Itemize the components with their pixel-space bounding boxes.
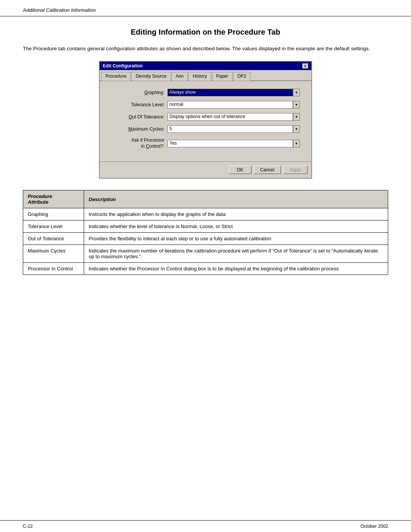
attr-processor-in-control: Processor In Control — [23, 263, 84, 275]
out-of-tolerance-control: Display options when out of tolerance ▼ — [167, 113, 300, 121]
form-row-out-of-tolerance: Out Of Tolerance: Display options when o… — [111, 113, 300, 121]
main-content: Editing Information on the Procedure Tab… — [0, 16, 411, 520]
tab-procedure[interactable]: Procedure — [101, 72, 131, 81]
attr-graphing: Graphing — [23, 208, 84, 220]
page-footer: C-22 October 2002 — [0, 520, 411, 532]
tab-dp2[interactable]: DP2 — [233, 72, 250, 81]
table-row: Graphing Instructs the application when … — [23, 208, 388, 220]
form-row-maximum-cycles: Maximum Cycles: 5 ▼ — [111, 125, 300, 133]
form-row-graphing: Graphing: Always show ▼ — [111, 89, 300, 96]
dialog-box: Edit Configuration × Procedure Density S… — [99, 61, 312, 179]
info-table: ProcedureAttribute Description Graphing … — [23, 190, 388, 275]
attr-maximum-cycles: Maximum Cycles — [23, 245, 84, 263]
table-header-description: Description — [84, 190, 388, 208]
dialog-body: Graphing: Always show ▼ Tolerance Level:… — [100, 81, 311, 158]
table-row: Maximum Cycles Indicates the maximum num… — [23, 245, 388, 263]
desc-tolerance-level: Indicates whether the level of tolerance… — [84, 220, 388, 233]
table-row: Out of Tolerance Provides the flexibilit… — [23, 233, 388, 245]
desc-graphing: Instructs the application when to displa… — [84, 208, 388, 220]
graphing-select[interactable]: Always show — [167, 89, 293, 96]
dialog-titlebar: Edit Configuration × — [100, 62, 311, 70]
attr-tolerance-level: Tolerance Level — [23, 220, 84, 233]
dialog-close-button[interactable]: × — [302, 63, 308, 69]
desc-maximum-cycles: Indicates the maximum number of iteratio… — [84, 245, 388, 263]
tolerance-level-select[interactable]: normal — [167, 101, 293, 109]
table-row: Processor In Control Indicates whether t… — [23, 263, 388, 275]
graphing-control: Always show ▼ — [167, 89, 300, 96]
page-header: Additional Calibration Information — [0, 0, 411, 16]
processor-control-control: Yes ▼ — [167, 140, 300, 147]
label-graphing: Graphing: — [111, 90, 164, 95]
out-of-tolerance-select[interactable]: Display options when out of tolerance — [167, 113, 293, 121]
footer-right: October 2002 — [360, 524, 388, 529]
maximum-cycles-control: 5 ▼ — [167, 125, 300, 133]
graphing-dropdown-arrow[interactable]: ▼ — [293, 89, 300, 96]
maximum-cycles-select[interactable]: 5 — [167, 125, 293, 133]
tab-history[interactable]: History — [188, 72, 211, 81]
tab-aim[interactable]: Aim — [172, 72, 188, 81]
processor-control-select[interactable]: Yes — [167, 140, 293, 147]
tab-paper[interactable]: Paper — [212, 72, 233, 81]
header-title: Additional Calibration Information — [23, 7, 96, 13]
tolerance-level-control: normal ▼ — [167, 101, 300, 109]
dialog-title: Edit Configuration — [103, 63, 143, 69]
label-out-of-tolerance: Out Of Tolerance: — [111, 114, 164, 120]
form-row-tolerance-level: Tolerance Level: normal ▼ — [111, 101, 300, 109]
tab-density-source[interactable]: Density Source — [131, 72, 170, 81]
form-row-processor-control: Ask if Processorin Control?: Yes ▼ — [111, 137, 300, 149]
label-maximum-cycles: Maximum Cycles: — [111, 126, 164, 132]
cancel-button[interactable]: Cancel — [254, 166, 281, 174]
processor-control-dropdown-arrow[interactable]: ▼ — [293, 140, 300, 147]
page-container: Additional Calibration Information Editi… — [0, 0, 411, 532]
label-processor-control: Ask if Processorin Control?: — [111, 137, 164, 149]
tab-bar: Procedure Density Source Aim History Pap… — [100, 70, 311, 81]
table-row: Tolerance Level Indicates whether the le… — [23, 220, 388, 233]
desc-processor-in-control: Indicates whether the Processor In Contr… — [84, 263, 388, 275]
apply-button[interactable]: Apply — [283, 166, 307, 174]
label-tolerance-level: Tolerance Level: — [111, 102, 164, 107]
intro-text: The Procedure tab contains general confi… — [23, 45, 388, 53]
out-of-tolerance-dropdown-arrow[interactable]: ▼ — [293, 113, 300, 121]
dialog-footer: OK Cancel Apply — [100, 161, 311, 178]
tolerance-level-dropdown-arrow[interactable]: ▼ — [293, 101, 300, 109]
table-header-attribute: ProcedureAttribute — [23, 190, 84, 208]
section-title: Editing Information on the Procedure Tab — [23, 28, 388, 37]
desc-out-of-tolerance: Provides the flexibility to interact at … — [84, 233, 388, 245]
maximum-cycles-dropdown-arrow[interactable]: ▼ — [293, 125, 300, 133]
footer-left: C-22 — [23, 524, 33, 529]
attr-out-of-tolerance: Out of Tolerance — [23, 233, 84, 245]
ok-button[interactable]: OK — [229, 166, 252, 174]
